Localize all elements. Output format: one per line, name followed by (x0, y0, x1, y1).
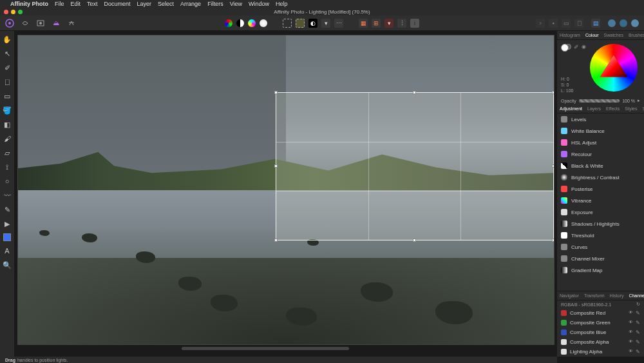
photo-persona-icon[interactable] (5, 19, 14, 28)
opacity-value[interactable]: 100 % (622, 99, 635, 103)
channel-composite-green[interactable]: Composite Green👁✎ (557, 318, 644, 328)
adjustment-white-balance[interactable]: White Balance (557, 125, 644, 137)
pen-tool[interactable]: ✎ (3, 205, 12, 214)
sync-icon[interactable] (620, 19, 627, 27)
channel-composite-red[interactable]: Composite Red👁✎ (557, 308, 644, 318)
menu-filters[interactable]: Filters (207, 1, 223, 7)
colour-mode-dropdown[interactable]: ◉ (582, 44, 586, 50)
tab-styles[interactable]: Styles (622, 106, 639, 111)
selection-options-icon[interactable]: ⋯ (334, 19, 343, 28)
crop-doc-icon[interactable]: ⎕ (574, 19, 583, 28)
text-tool[interactable]: A (3, 246, 12, 255)
adjustment-threshold[interactable]: Threshold (557, 230, 644, 241)
handle-bl[interactable] (274, 239, 278, 242)
channel-visibility-icon[interactable]: 👁 (629, 349, 633, 355)
channel-composite-blue[interactable]: Composite Blue👁✎ (557, 328, 644, 337)
adjustment-channel-mixer[interactable]: Channel Mixer (557, 253, 644, 264)
tab-navigator[interactable]: Navigator (557, 293, 582, 298)
handle-mr[interactable] (552, 164, 554, 168)
handle-tl[interactable] (274, 91, 278, 94)
export-persona-icon[interactable] (67, 19, 76, 28)
tab-channels[interactable]: Channels (626, 293, 644, 298)
crop-tool[interactable]: ⎕ (3, 77, 12, 86)
horizontal-scrollbar[interactable] (182, 347, 349, 350)
alignment-icon[interactable]: ▦ (359, 19, 368, 28)
opacity-slider[interactable] (579, 99, 620, 103)
quick-mask-icon[interactable]: ◐ (308, 19, 317, 28)
clone-tool[interactable]: ⟟ (3, 162, 12, 172)
adjustment-curves[interactable]: Curves (557, 241, 644, 253)
assistant-icon[interactable]: i (410, 19, 419, 28)
move-tool[interactable]: ↖ (3, 49, 12, 58)
close-window-button[interactable] (4, 10, 8, 14)
tab-layers[interactable]: Layers (585, 106, 603, 111)
marquee-rect-icon[interactable] (283, 19, 292, 28)
cmyk-wheel-icon[interactable] (248, 19, 256, 27)
tab-transform[interactable]: Transform (582, 293, 607, 298)
colour-wheel[interactable] (590, 44, 638, 92)
menu-select[interactable]: Select (158, 1, 174, 7)
handle-tr[interactable] (552, 91, 554, 94)
colour-triangle[interactable] (598, 52, 629, 83)
channel-edit-icon[interactable]: ✎ (636, 339, 640, 345)
channel-composite-alpha[interactable]: Composite Alpha👁✎ (557, 337, 644, 347)
menu-file[interactable]: File (55, 1, 64, 7)
channels-reset-icon[interactable]: ↻ (636, 302, 640, 307)
tab-swatches[interactable]: Swatches (601, 33, 626, 37)
adjustment-gradient-map[interactable]: Gradient Map (557, 264, 644, 276)
fg-bg-colour-tool[interactable] (3, 233, 11, 241)
menu-edit[interactable]: Edit (71, 1, 81, 7)
adjustment-vibrance[interactable]: Vibrance (557, 195, 644, 206)
channel-visibility-icon[interactable]: 👁 (629, 329, 633, 335)
handle-bm[interactable] (413, 239, 416, 242)
menu-document[interactable]: Document (104, 1, 131, 7)
handle-tm[interactable] (413, 91, 416, 94)
tab-stock[interactable]: Stock (639, 106, 644, 111)
smudge-tool[interactable]: 〰 (3, 191, 12, 200)
add-mask-icon[interactable]: ▪ (549, 19, 558, 28)
greyscale-icon[interactable] (236, 19, 244, 27)
channel-visibility-icon[interactable]: 👁 (629, 310, 633, 316)
liquify-persona-icon[interactable] (21, 19, 30, 28)
menu-window[interactable]: Window (249, 1, 269, 7)
adjustment-levels[interactable]: Levels (557, 113, 644, 125)
document-canvas[interactable] (17, 35, 554, 345)
adjustment-black-white[interactable]: Black & White (557, 160, 644, 172)
fg-bg-swatch[interactable] (561, 44, 571, 54)
develop-persona-icon[interactable] (36, 19, 45, 28)
add-layer-icon[interactable]: ▫ (536, 19, 545, 28)
menu-arrange[interactable]: Arrange (180, 1, 201, 7)
zoom-tool[interactable]: 🔍 (3, 260, 12, 270)
marquee-add-icon[interactable] (296, 19, 305, 28)
erase-tool[interactable]: ▱ (3, 148, 12, 157)
adjustment-brightness-contrast[interactable]: Brightness / Contrast (557, 172, 644, 183)
hand-tool[interactable]: ✋ (3, 35, 12, 44)
globe-icon[interactable] (608, 19, 616, 27)
flood-fill-tool[interactable]: 🪣 (3, 106, 12, 115)
adjustment-posterise[interactable]: Posterise (557, 183, 644, 195)
handle-br[interactable] (552, 239, 554, 242)
channel-lighting-alpha[interactable]: Lighting Alpha👁✎ (557, 347, 644, 357)
menu-view[interactable]: View (230, 1, 242, 7)
menu-layer[interactable]: Layer (137, 1, 152, 7)
maximize-window-button[interactable] (18, 10, 23, 14)
account-icon[interactable] (631, 19, 639, 27)
adjustment-exposure[interactable]: Exposure (557, 206, 644, 218)
menu-text[interactable]: Text (87, 1, 98, 7)
adjustment-recolour[interactable]: Recolour (557, 148, 644, 160)
dodge-tool[interactable]: ○ (3, 177, 12, 186)
adjustment-shadows-highlights[interactable]: Shadows / Highlights (557, 218, 644, 230)
app-menu[interactable]: Affinity Photo (10, 1, 48, 7)
snapping-dropdown[interactable]: ▾ (384, 19, 393, 28)
eyedropper-icon[interactable]: ✐ (574, 44, 579, 50)
rgb-wheel-icon[interactable] (225, 19, 232, 27)
lighting-bounds-box[interactable] (276, 92, 554, 240)
channel-visibility-icon[interactable]: 👁 (629, 320, 633, 326)
channel-edit-icon[interactable]: ✎ (636, 329, 640, 335)
channel-edit-icon[interactable]: ✎ (636, 349, 640, 355)
tab-adjustment[interactable]: Adjustment (557, 106, 585, 111)
gradient-tool[interactable]: ◧ (3, 120, 12, 129)
adjustment-hsl-adjust[interactable]: HSL Adjust (557, 137, 644, 148)
paint-brush-tool[interactable]: 🖌 (3, 134, 12, 143)
refine-selection-button[interactable]: ▾ (321, 19, 330, 28)
